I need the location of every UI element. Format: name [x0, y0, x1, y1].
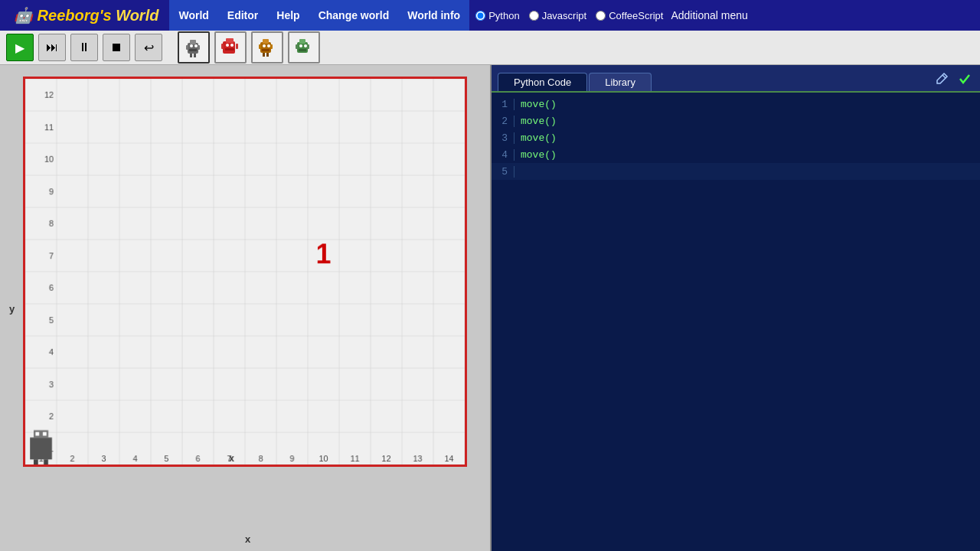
robot-icon-3[interactable] [251, 31, 283, 64]
svg-rect-22 [270, 44, 273, 49]
svg-rect-0 [188, 43, 198, 54]
robot-svg-3 [255, 35, 279, 60]
svg-rect-8 [194, 54, 196, 57]
svg-point-18 [263, 44, 266, 47]
javascript-label: Javascript [542, 10, 587, 21]
x-axis-label: x [245, 533, 250, 545]
grid-canvas [25, 79, 465, 465]
svg-rect-23 [263, 53, 265, 57]
nav-change-world[interactable]: Change world [309, 0, 399, 31]
line-number-4: 4 [492, 149, 514, 161]
robot-svg-4 [292, 35, 316, 60]
robot-icon-1[interactable] [178, 31, 210, 64]
python-radio-label[interactable]: Python [475, 10, 519, 21]
nav-editor[interactable]: Editor [218, 0, 267, 31]
svg-rect-30 [296, 44, 298, 49]
svg-rect-20 [262, 49, 270, 51]
svg-rect-17 [263, 39, 269, 44]
svg-rect-13 [225, 48, 234, 51]
toolbar: ▶ ⏭ ⏸ ⏹ ↩ [0, 31, 980, 65]
svg-point-2 [190, 44, 193, 47]
robot-svg-2 [218, 35, 243, 60]
svg-rect-6 [198, 45, 200, 50]
svg-point-3 [194, 44, 198, 47]
line-number-5: 5 [492, 166, 514, 178]
javascript-radio-label[interactable]: Javascript [529, 10, 587, 21]
svg-point-28 [304, 44, 307, 47]
svg-rect-15 [236, 44, 238, 49]
code-line-3: 3 move() [492, 129, 980, 146]
pencil-svg [935, 72, 949, 86]
svg-rect-7 [190, 54, 192, 57]
svg-rect-4 [189, 49, 197, 51]
line-number-3: 3 [492, 132, 514, 144]
checkmark-svg [958, 72, 972, 86]
logo-text: Reeborg's World [38, 7, 159, 24]
tab-library[interactable]: Library [589, 73, 652, 91]
svg-point-11 [226, 44, 229, 47]
line-number-1: 1 [492, 99, 514, 110]
code-line-5: 5 [492, 163, 980, 180]
svg-rect-10 [226, 38, 234, 43]
checkmark-icon[interactable] [956, 70, 974, 88]
robot-icon-2[interactable] [214, 31, 247, 64]
svg-rect-31 [307, 44, 309, 49]
nav-world[interactable]: World [169, 0, 217, 31]
svg-rect-5 [186, 45, 188, 50]
svg-rect-1 [190, 40, 196, 44]
python-label: Python [488, 10, 519, 21]
svg-rect-29 [299, 49, 306, 51]
svg-point-19 [267, 44, 270, 47]
svg-point-12 [230, 44, 234, 47]
play-button[interactable]: ▶ [6, 34, 34, 61]
code-panel: Python Code Library [490, 65, 980, 551]
grid-container [23, 77, 467, 467]
coffeescript-label: CoffeeScript [609, 10, 663, 21]
code-line-1: 1 move() [492, 96, 980, 112]
pencil-icon[interactable] [933, 70, 951, 88]
code-line-4: 4 move() [492, 146, 980, 163]
robot-icon-4[interactable] [288, 31, 320, 64]
robot-svg-1 [181, 35, 206, 60]
main-layout: y x Python Code Library [0, 65, 980, 551]
step-button[interactable]: ⏭ [38, 34, 66, 61]
svg-rect-21 [259, 44, 261, 49]
svg-rect-24 [266, 53, 269, 57]
additional-menu-button[interactable]: Additional menu [663, 9, 755, 21]
line-code-3: move() [521, 132, 557, 144]
stop-button[interactable]: ⏹ [103, 34, 130, 61]
python-radio[interactable] [475, 11, 485, 21]
navbar: 🤖 Reeborg's World World Editor Help Chan… [0, 0, 980, 31]
svg-rect-9 [223, 41, 235, 54]
coffeescript-radio[interactable] [596, 11, 606, 21]
app-logo: 🤖 Reeborg's World [6, 6, 166, 24]
line-code-1: move() [521, 99, 557, 110]
code-line-2: 2 move() [492, 112, 980, 129]
y-axis-label: y [9, 302, 15, 314]
back-button[interactable]: ↩ [135, 34, 162, 61]
code-tabs: Python Code Library [492, 65, 980, 93]
line-code-2: move() [521, 116, 557, 127]
line-number-2: 2 [492, 116, 514, 127]
svg-rect-14 [221, 44, 224, 49]
tab-python-code[interactable]: Python Code [498, 73, 587, 91]
line-code-4: move() [521, 149, 557, 161]
nav-help[interactable]: Help [267, 0, 309, 31]
logo-icon: 🤖 [14, 7, 33, 24]
language-selector: Python Javascript CoffeeScript [475, 10, 663, 21]
code-area[interactable]: 1 move() 2 move() 3 move() 4 move() 5 [492, 93, 980, 551]
svg-rect-26 [299, 39, 305, 44]
javascript-radio[interactable] [529, 11, 539, 21]
nav-world-info[interactable]: World info [398, 0, 469, 31]
world-panel: y x [0, 65, 490, 551]
pause-button[interactable]: ⏸ [70, 34, 98, 61]
svg-point-27 [299, 44, 302, 47]
coffeescript-radio-label[interactable]: CoffeeScript [596, 10, 663, 21]
